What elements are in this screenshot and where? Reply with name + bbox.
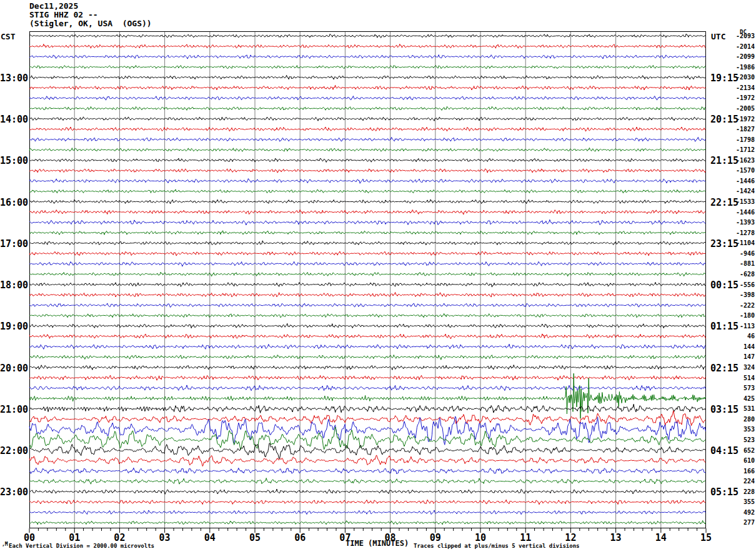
right-dc-value: -1986: [731, 64, 755, 71]
right-dc-value: -222: [731, 302, 755, 309]
right-dc-value: 610: [731, 457, 755, 464]
clip-note: Traces clipped at plus/minus 5 vertical …: [414, 543, 580, 549]
seismic-trace-row-18: [29, 219, 705, 225]
right-dc-value: 353: [731, 426, 755, 433]
right-dc-value: -398: [731, 291, 755, 298]
seismic-trace-row-5: [29, 85, 705, 90]
seismic-trace-row-23: [29, 272, 705, 276]
right-dc-value: 523: [731, 436, 755, 443]
right-dc-value: 573: [731, 385, 755, 391]
right-dc-value: -1278: [731, 229, 755, 236]
seismic-trace-row-27: [29, 313, 705, 318]
right-dc-value: -1104: [731, 239, 755, 246]
seismic-trace-row-26: [29, 303, 705, 308]
seismic-trace-row-37: [29, 411, 705, 426]
right-dc-value: 324: [731, 364, 755, 371]
right-dc-value: -1446: [731, 209, 755, 216]
seismic-trace-row-44: [29, 489, 705, 494]
seismic-trace-row-40: [29, 443, 705, 459]
right-dc-value: 228: [731, 488, 755, 495]
seismic-trace-row-11: [29, 148, 705, 151]
left-hour-label: 18:00: [0, 280, 28, 291]
right-dc-value: 425: [731, 395, 755, 402]
scale-note: Each Vertical Division = 2000.00 microvo…: [9, 543, 154, 549]
x-tick-label: 01: [65, 532, 84, 543]
seismic-trace-row-36: [29, 404, 705, 413]
x-tick-label: 06: [291, 532, 309, 543]
right-dc-value: -1570: [731, 167, 755, 174]
left-hour-label: 22:00: [0, 445, 28, 456]
seismic-trace-row-22: [29, 261, 705, 266]
x-tick-label: 03: [156, 532, 174, 543]
right-dc-value: 280: [731, 416, 755, 423]
right-dc-value: -180: [731, 312, 755, 319]
left-hour-label: 23:00: [0, 486, 28, 498]
right-dc-value: 144: [731, 343, 755, 350]
seismic-trace-row-15: [29, 189, 705, 193]
seismic-trace-row-45: [29, 500, 705, 505]
right-dc-value: -1712: [731, 146, 755, 153]
right-dc-value: 652: [731, 447, 755, 454]
seismic-trace-row-43: [29, 478, 705, 485]
seismic-trace-row-2: [29, 55, 705, 59]
right-dc-value: -1827: [731, 126, 755, 133]
left-hour-label: 16:00: [0, 197, 28, 208]
seismic-trace-row-34: [29, 385, 705, 391]
seismic-trace-row-17: [29, 209, 705, 214]
seismic-trace-row-4: [29, 75, 705, 79]
right-dc-value: -2014: [731, 43, 755, 50]
x-tick-label: 04: [201, 532, 219, 543]
seismic-trace-row-42: [29, 468, 705, 474]
right-dc-value: -946: [731, 250, 755, 257]
right-dc-value: -1424: [731, 188, 755, 194]
x-tick-label: 07: [336, 532, 354, 543]
right-dc-value: -2093: [731, 33, 755, 39]
right-dc-value: 531: [731, 405, 755, 412]
right-dc-value: 355: [731, 498, 755, 505]
right-dc-value: 492: [731, 509, 755, 516]
seismic-trace-row-20: [29, 241, 705, 245]
utc-axis-label: UTC: [711, 32, 725, 41]
left-hour-label: 21:00: [0, 404, 28, 415]
left-hour-label: 20:00: [0, 363, 28, 374]
right-dc-value: 166: [731, 468, 755, 475]
corner-mark: ,M: [2, 541, 8, 547]
seismic-trace-row-1: [29, 44, 705, 49]
seismic-trace-row-7: [29, 106, 705, 110]
right-dc-value: -1623: [731, 157, 755, 164]
seismic-trace-row-14: [29, 179, 705, 184]
title-location: (Stigler, OK, USA (OGS)): [29, 19, 152, 28]
left-hour-label: 17:00: [0, 238, 28, 249]
seismic-trace-row-41: [29, 455, 705, 466]
cst-axis-label: CST: [1, 32, 15, 41]
x-tick-label: 00: [20, 532, 39, 543]
x-tick-label: 15: [697, 532, 715, 543]
seismic-trace-row-31: [29, 355, 705, 360]
right-dc-value: -1533: [731, 198, 755, 205]
helicorder-plot-area: [29, 31, 706, 535]
right-dc-value: -2005: [731, 105, 755, 112]
right-dc-value: -1972: [731, 116, 755, 123]
title-station: STIG HHZ 02 --: [29, 10, 98, 19]
right-dc-value: -1972: [731, 94, 755, 101]
seismic-trace-row-33: [29, 375, 705, 380]
seismic-trace-row-13: [29, 169, 705, 173]
seismic-trace-row-21: [29, 251, 705, 256]
right-dc-value: 46: [731, 333, 755, 340]
x-tick-label: 08: [381, 532, 400, 543]
x-tick-label: 14: [652, 532, 670, 543]
left-hour-label: 15:00: [0, 155, 28, 166]
right-dc-value: 514: [731, 375, 755, 381]
seismic-trace-row-30: [29, 344, 705, 349]
left-hour-label: 19:00: [0, 321, 28, 332]
seismic-trace-row-39: [29, 427, 705, 450]
x-tick-label: 10: [471, 532, 490, 543]
title-date: Dec11,2025: [29, 1, 78, 11]
seismic-trace-row-0: [29, 34, 705, 38]
helicorder-plot-svg: [29, 31, 706, 535]
left-hour-label: 14:00: [0, 114, 28, 125]
right-dc-value: -628: [731, 271, 755, 278]
x-tick-label: 09: [426, 532, 445, 543]
seismic-trace-row-19: [29, 231, 705, 235]
right-dc-value: 224: [731, 478, 755, 485]
